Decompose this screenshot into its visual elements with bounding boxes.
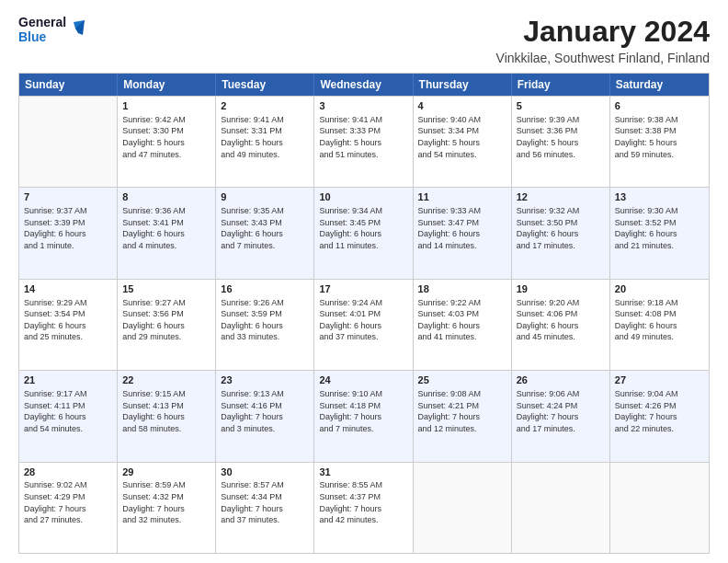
calendar-cell: 21Sunrise: 9:17 AM Sunset: 4:11 PM Dayli…: [19, 371, 118, 461]
logo-graphic: General Blue: [18, 15, 86, 48]
cell-day-number: 31: [319, 465, 407, 479]
calendar-cell: 8Sunrise: 9:36 AM Sunset: 3:41 PM Daylig…: [118, 188, 216, 278]
header: General Blue January 2024 Vinkkilae, Sou…: [18, 15, 710, 65]
cell-day-number: 11: [418, 190, 506, 204]
calendar-cell: [610, 463, 709, 553]
cell-day-info: Sunrise: 9:41 AM Sunset: 3:33 PM Dayligh…: [319, 114, 407, 160]
calendar-cell: 10Sunrise: 9:34 AM Sunset: 3:45 PM Dayli…: [314, 188, 413, 278]
calendar-body: 1Sunrise: 9:42 AM Sunset: 3:30 PM Daylig…: [19, 96, 709, 553]
cell-day-info: Sunrise: 9:38 AM Sunset: 3:38 PM Dayligh…: [615, 114, 704, 160]
cell-day-number: 5: [517, 99, 605, 113]
cell-day-number: 13: [615, 190, 704, 204]
calendar-cell: 1Sunrise: 9:42 AM Sunset: 3:30 PM Daylig…: [118, 97, 216, 187]
calendar-cell: 24Sunrise: 9:10 AM Sunset: 4:18 PM Dayli…: [314, 371, 413, 461]
cell-day-info: Sunrise: 8:55 AM Sunset: 4:37 PM Dayligh…: [319, 479, 407, 525]
cell-day-info: Sunrise: 9:42 AM Sunset: 3:30 PM Dayligh…: [122, 114, 210, 160]
calendar-cell: 4Sunrise: 9:40 AM Sunset: 3:34 PM Daylig…: [414, 97, 512, 187]
cell-day-info: Sunrise: 8:57 AM Sunset: 4:34 PM Dayligh…: [221, 479, 309, 525]
calendar-cell: 14Sunrise: 9:29 AM Sunset: 3:54 PM Dayli…: [19, 280, 118, 370]
calendar-week-row: 21Sunrise: 9:17 AM Sunset: 4:11 PM Dayli…: [19, 370, 709, 461]
cell-day-info: Sunrise: 9:15 AM Sunset: 4:13 PM Dayligh…: [122, 388, 210, 434]
cell-day-info: Sunrise: 9:06 AM Sunset: 4:24 PM Dayligh…: [517, 388, 605, 434]
cell-day-info: Sunrise: 9:32 AM Sunset: 3:50 PM Dayligh…: [517, 205, 605, 251]
calendar-cell: 27Sunrise: 9:04 AM Sunset: 4:26 PM Dayli…: [610, 371, 709, 461]
cell-day-number: 14: [24, 282, 112, 296]
calendar-cell: [512, 463, 610, 553]
cell-day-info: Sunrise: 9:04 AM Sunset: 4:26 PM Dayligh…: [615, 388, 704, 434]
calendar-cell: 29Sunrise: 8:59 AM Sunset: 4:32 PM Dayli…: [118, 463, 216, 553]
cell-day-info: Sunrise: 9:34 AM Sunset: 3:45 PM Dayligh…: [319, 205, 407, 251]
calendar-day-header: Tuesday: [216, 74, 314, 96]
calendar-cell: 20Sunrise: 9:18 AM Sunset: 4:08 PM Dayli…: [610, 280, 709, 370]
cell-day-number: 21: [24, 373, 112, 387]
cell-day-info: Sunrise: 9:02 AM Sunset: 4:29 PM Dayligh…: [24, 479, 112, 525]
title-block: January 2024 Vinkkilae, Southwest Finlan…: [496, 15, 710, 65]
cell-day-number: 30: [221, 465, 309, 479]
cell-day-number: 17: [319, 282, 407, 296]
calendar-cell: 16Sunrise: 9:26 AM Sunset: 3:59 PM Dayli…: [216, 280, 314, 370]
cell-day-info: Sunrise: 9:40 AM Sunset: 3:34 PM Dayligh…: [418, 114, 506, 160]
cell-day-number: 8: [122, 190, 210, 204]
calendar-day-header: Thursday: [414, 74, 512, 96]
cell-day-number: 12: [517, 190, 605, 204]
calendar-cell: 28Sunrise: 9:02 AM Sunset: 4:29 PM Dayli…: [19, 463, 118, 553]
cell-day-number: 26: [517, 373, 605, 387]
cell-day-number: 2: [221, 99, 309, 113]
cell-day-info: Sunrise: 9:20 AM Sunset: 4:06 PM Dayligh…: [517, 297, 605, 343]
cell-day-info: Sunrise: 9:13 AM Sunset: 4:16 PM Dayligh…: [221, 388, 309, 434]
cell-day-info: Sunrise: 9:08 AM Sunset: 4:21 PM Dayligh…: [418, 388, 506, 434]
cell-day-number: 25: [418, 373, 506, 387]
cell-day-info: Sunrise: 9:26 AM Sunset: 3:59 PM Dayligh…: [221, 297, 309, 343]
cell-day-number: 28: [24, 465, 112, 479]
cell-day-info: Sunrise: 9:33 AM Sunset: 3:47 PM Dayligh…: [418, 205, 506, 251]
calendar-week-row: 1Sunrise: 9:42 AM Sunset: 3:30 PM Daylig…: [19, 96, 709, 187]
logo-text-line1: General: [18, 15, 59, 29]
calendar-cell: 13Sunrise: 9:30 AM Sunset: 3:52 PM Dayli…: [610, 188, 709, 278]
cell-day-info: Sunrise: 9:39 AM Sunset: 3:36 PM Dayligh…: [517, 114, 605, 160]
cell-day-number: 20: [615, 282, 704, 296]
calendar-cell: 23Sunrise: 9:13 AM Sunset: 4:16 PM Dayli…: [216, 371, 314, 461]
page-subtitle: Vinkkilae, Southwest Finland, Finland: [496, 51, 710, 65]
calendar-day-header: Friday: [512, 74, 610, 96]
calendar-cell: 15Sunrise: 9:27 AM Sunset: 3:56 PM Dayli…: [118, 280, 216, 370]
cell-day-number: 6: [615, 99, 704, 113]
calendar-cell: 30Sunrise: 8:57 AM Sunset: 4:34 PM Dayli…: [216, 463, 314, 553]
cell-day-number: 22: [122, 373, 210, 387]
cell-day-info: Sunrise: 9:30 AM Sunset: 3:52 PM Dayligh…: [615, 205, 704, 251]
cell-day-number: 19: [517, 282, 605, 296]
calendar-cell: 22Sunrise: 9:15 AM Sunset: 4:13 PM Dayli…: [118, 371, 216, 461]
cell-day-info: Sunrise: 9:35 AM Sunset: 3:43 PM Dayligh…: [221, 205, 309, 251]
calendar-cell: 2Sunrise: 9:41 AM Sunset: 3:31 PM Daylig…: [216, 97, 314, 187]
calendar-cell: 9Sunrise: 9:35 AM Sunset: 3:43 PM Daylig…: [216, 188, 314, 278]
cell-day-info: Sunrise: 9:29 AM Sunset: 3:54 PM Dayligh…: [24, 297, 112, 343]
cell-day-number: 27: [615, 373, 704, 387]
calendar-header: SundayMondayTuesdayWednesdayThursdayFrid…: [19, 74, 709, 96]
cell-day-number: 24: [319, 373, 407, 387]
cell-day-info: Sunrise: 9:24 AM Sunset: 4:01 PM Dayligh…: [319, 297, 407, 343]
calendar-cell: [414, 463, 512, 553]
cell-day-info: Sunrise: 9:22 AM Sunset: 4:03 PM Dayligh…: [418, 297, 506, 343]
cell-day-number: 7: [24, 190, 112, 204]
page-title: January 2024: [496, 15, 710, 49]
calendar-day-header: Sunday: [19, 74, 118, 96]
calendar-cell: 5Sunrise: 9:39 AM Sunset: 3:36 PM Daylig…: [512, 97, 610, 187]
calendar-cell: 18Sunrise: 9:22 AM Sunset: 4:03 PM Dayli…: [414, 280, 512, 370]
cell-day-info: Sunrise: 9:36 AM Sunset: 3:41 PM Dayligh…: [122, 205, 210, 251]
calendar-cell: 17Sunrise: 9:24 AM Sunset: 4:01 PM Dayli…: [314, 280, 413, 370]
calendar-week-row: 14Sunrise: 9:29 AM Sunset: 3:54 PM Dayli…: [19, 279, 709, 370]
cell-day-number: 23: [221, 373, 309, 387]
calendar-cell: 26Sunrise: 9:06 AM Sunset: 4:24 PM Dayli…: [512, 371, 610, 461]
cell-day-info: Sunrise: 8:59 AM Sunset: 4:32 PM Dayligh…: [122, 479, 210, 525]
cell-day-number: 1: [122, 99, 210, 113]
calendar-day-header: Wednesday: [314, 74, 413, 96]
calendar-cell: 31Sunrise: 8:55 AM Sunset: 4:37 PM Dayli…: [314, 463, 413, 553]
calendar-cell: 3Sunrise: 9:41 AM Sunset: 3:33 PM Daylig…: [314, 97, 413, 187]
cell-day-info: Sunrise: 9:17 AM Sunset: 4:11 PM Dayligh…: [24, 388, 112, 434]
cell-day-number: 16: [221, 282, 309, 296]
calendar-cell: 6Sunrise: 9:38 AM Sunset: 3:38 PM Daylig…: [610, 97, 709, 187]
cell-day-number: 15: [122, 282, 210, 296]
calendar-cell: 19Sunrise: 9:20 AM Sunset: 4:06 PM Dayli…: [512, 280, 610, 370]
cell-day-number: 3: [319, 99, 407, 113]
cell-day-number: 18: [418, 282, 506, 296]
cell-day-info: Sunrise: 9:18 AM Sunset: 4:08 PM Dayligh…: [615, 297, 704, 343]
